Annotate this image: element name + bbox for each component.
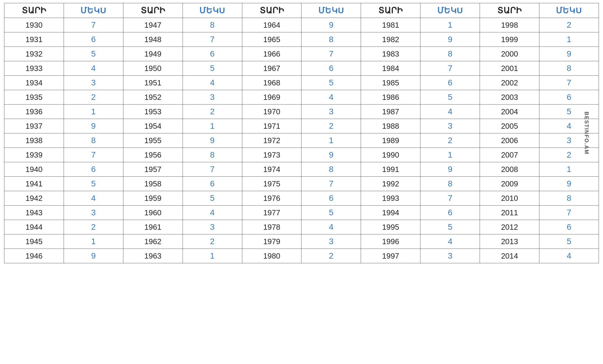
- year-cell: 2007: [480, 148, 539, 162]
- value-cell: 9: [302, 148, 361, 162]
- year-cell: 2006: [480, 133, 539, 148]
- value-cell: 7: [302, 177, 361, 191]
- year-cell: 1932: [4, 47, 64, 61]
- column-header-6: ՏԱՐԻ: [361, 3, 420, 18]
- year-cell: 1983: [361, 47, 420, 61]
- table-row: 1946919631198021997320144: [4, 249, 599, 263]
- value-cell: 4: [64, 61, 123, 76]
- year-cell: 2014: [480, 249, 539, 263]
- year-cell: 2009: [480, 177, 539, 191]
- year-cell: 1945: [4, 234, 64, 249]
- year-cell: 1958: [123, 177, 183, 191]
- column-header-3: ՄԵԿU: [183, 3, 242, 18]
- year-cell: 1931: [4, 32, 64, 47]
- value-cell: 1: [183, 249, 242, 263]
- year-cell: 2008: [480, 162, 539, 177]
- value-cell: 9: [64, 119, 123, 133]
- year-cell: 1964: [242, 18, 302, 32]
- value-cell: 3: [539, 133, 599, 148]
- value-cell: 9: [183, 133, 242, 148]
- value-cell: 2: [420, 133, 480, 148]
- year-cell: 1965: [242, 32, 302, 47]
- value-cell: 7: [64, 148, 123, 162]
- year-cell: 1943: [4, 206, 64, 220]
- year-cell: 1959: [123, 191, 183, 206]
- value-cell: 6: [183, 47, 242, 61]
- column-header-0: ՏԱՐԻ: [4, 3, 64, 18]
- value-cell: 9: [302, 18, 361, 32]
- value-cell: 6: [420, 76, 480, 90]
- value-cell: 1: [420, 148, 480, 162]
- value-cell: 6: [539, 90, 599, 105]
- value-cell: 5: [302, 206, 361, 220]
- value-cell: 8: [420, 177, 480, 191]
- year-cell: 1962: [123, 234, 183, 249]
- year-cell: 1942: [4, 191, 64, 206]
- value-cell: 2: [302, 119, 361, 133]
- value-cell: 9: [539, 47, 599, 61]
- header-row: ՏԱՐԻՄԵԿUՏԱՐԻՄԵԿUՏԱՐԻՄԵԿUՏԱՐԻՄԵԿUՏԱՐԻՄԵԿU: [4, 3, 599, 18]
- value-cell: 8: [420, 47, 480, 61]
- value-cell: 7: [539, 206, 599, 220]
- value-cell: 8: [539, 191, 599, 206]
- value-cell: 9: [420, 32, 480, 47]
- year-cell: 1992: [361, 177, 420, 191]
- year-cell: 1938: [4, 133, 64, 148]
- value-cell: 7: [420, 191, 480, 206]
- year-cell: 1970: [242, 105, 302, 119]
- value-cell: 3: [183, 220, 242, 234]
- year-cell: 1982: [361, 32, 420, 47]
- year-cell: 2010: [480, 191, 539, 206]
- value-cell: 2: [183, 234, 242, 249]
- value-cell: 8: [302, 162, 361, 177]
- column-header-7: ՄԵԿU: [420, 3, 480, 18]
- year-cell: 1940: [4, 162, 64, 177]
- year-cell: 1979: [242, 234, 302, 249]
- value-cell: 1: [64, 105, 123, 119]
- value-cell: 5: [64, 177, 123, 191]
- value-cell: 8: [183, 148, 242, 162]
- year-cell: 1978: [242, 220, 302, 234]
- value-cell: 8: [64, 133, 123, 148]
- value-cell: 4: [64, 191, 123, 206]
- value-cell: 7: [302, 47, 361, 61]
- year-cell: 1933: [4, 61, 64, 76]
- year-cell: 2005: [480, 119, 539, 133]
- value-cell: 2: [64, 220, 123, 234]
- year-cell: 1955: [123, 133, 183, 148]
- value-cell: 5: [420, 220, 480, 234]
- year-cell: 1948: [123, 32, 183, 47]
- table-row: 1934319514196851985620027: [4, 76, 599, 90]
- year-cell: 1954: [123, 119, 183, 133]
- year-cell: 1957: [123, 162, 183, 177]
- column-header-2: ՏԱՐԻ: [123, 3, 183, 18]
- year-cell: 2002: [480, 76, 539, 90]
- year-cell: 1989: [361, 133, 420, 148]
- value-cell: 4: [420, 105, 480, 119]
- column-header-5: ՄԵԿU: [302, 3, 361, 18]
- column-header-8: ՏԱՐԻ: [480, 3, 539, 18]
- value-cell: 9: [64, 249, 123, 263]
- value-cell: 5: [420, 90, 480, 105]
- year-cell: 1987: [361, 105, 420, 119]
- table-row: 1930719478196491981119982: [4, 18, 599, 32]
- value-cell: 2: [539, 18, 599, 32]
- value-cell: 4: [302, 220, 361, 234]
- year-cell: 1985: [361, 76, 420, 90]
- value-cell: 7: [183, 32, 242, 47]
- table-row: 1933419505196761984720018: [4, 61, 599, 76]
- value-cell: 4: [183, 76, 242, 90]
- year-cell: 1984: [361, 61, 420, 76]
- value-cell: 5: [183, 61, 242, 76]
- table-row: 1945119622197931996420135: [4, 234, 599, 249]
- value-cell: 6: [539, 220, 599, 234]
- year-cell: 1936: [4, 105, 64, 119]
- main-table: ՏԱՐԻՄԵԿUՏԱՐԻՄԵԿUՏԱՐԻՄԵԿUՏԱՐԻՄԵԿUՏԱՐԻՄԵԿU…: [4, 3, 599, 263]
- year-cell: 1971: [242, 119, 302, 133]
- value-cell: 4: [539, 249, 599, 263]
- year-cell: 2003: [480, 90, 539, 105]
- year-cell: 1934: [4, 76, 64, 90]
- value-cell: 5: [183, 191, 242, 206]
- year-cell: 1937: [4, 119, 64, 133]
- value-cell: 4: [183, 206, 242, 220]
